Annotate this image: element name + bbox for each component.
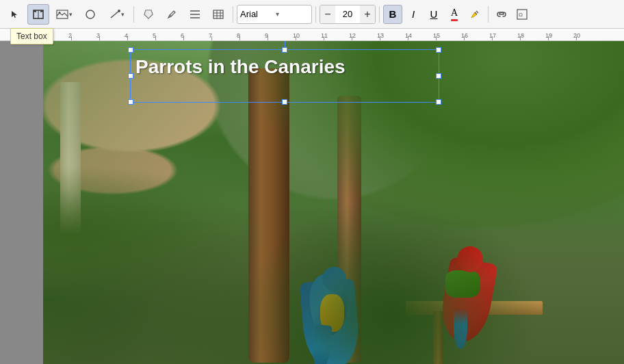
font-size-control: − +	[320, 5, 376, 24]
red-macaw-tail	[454, 308, 467, 349]
ruler-unit: 1	[43, 29, 71, 40]
font-size-increase-button[interactable]: +	[360, 5, 375, 24]
handle-top-right[interactable]	[436, 47, 441, 53]
italic-button[interactable]: I	[404, 5, 423, 24]
ruler-unit: 2	[71, 29, 99, 40]
toolbar: ▾ ▾ Arial ▾ − + B I U	[0, 0, 624, 29]
select-tool-button[interactable]	[4, 4, 26, 25]
svg-point-10	[118, 10, 120, 12]
left-margin	[0, 41, 43, 364]
line-tool-button[interactable]: ▾	[103, 4, 130, 25]
svg-line-13	[170, 15, 171, 16]
handle-top-middle[interactable]	[282, 47, 287, 53]
ruler-unit: 7	[211, 29, 239, 40]
blue-macaw	[303, 260, 385, 364]
handle-bottom-middle[interactable]	[282, 99, 287, 105]
special-chars-button[interactable]: Ω	[512, 5, 532, 24]
handle-bottom-right[interactable]	[436, 99, 441, 105]
divider-4	[379, 6, 380, 23]
text-color-button[interactable]: A	[445, 5, 464, 24]
underline-button[interactable]: U	[424, 5, 443, 24]
red-macaw-green-feathers	[445, 270, 480, 298]
ruler-unit: 15	[436, 29, 464, 40]
ruler-unit: 9	[268, 29, 296, 40]
canvas-area[interactable]: Parrots in the Canaries	[0, 41, 624, 364]
ruler: 1 2 3 4 5 6 7 8 9 10 11 12 13 14 15 16 1…	[0, 29, 624, 41]
svg-text:Ω: Ω	[519, 12, 523, 18]
divider-1	[133, 6, 134, 23]
ruler-unit: 17	[492, 29, 520, 40]
divider-3	[315, 6, 316, 23]
handle-top-left[interactable]	[128, 47, 133, 53]
highlight-button[interactable]	[465, 5, 484, 24]
ruler-unit: 8	[239, 29, 268, 40]
ruler-unit: 20	[576, 29, 604, 40]
ruler-unit: 16	[464, 29, 492, 40]
handle-middle-right[interactable]	[436, 73, 441, 79]
shape-tool-button[interactable]	[79, 4, 101, 25]
ruler-unit: 11	[324, 29, 352, 40]
ruler-unit: 10	[296, 29, 324, 40]
handle-bottom-left[interactable]	[128, 99, 133, 105]
divider-2	[233, 6, 233, 23]
tree-trunk	[248, 68, 289, 363]
ruler-unit: 12	[352, 29, 380, 40]
textbox-tool-button[interactable]	[27, 4, 49, 25]
text-color-indicator	[451, 19, 458, 21]
ruler-unit: 6	[183, 29, 211, 40]
text-color-label: A	[451, 8, 458, 18]
ruler-unit: 14	[408, 29, 436, 40]
ruler-unit: 19	[548, 29, 576, 40]
font-family-arrow: ▾	[276, 10, 309, 18]
font-family-value: Arial	[240, 9, 273, 19]
link-button[interactable]	[492, 5, 511, 24]
pen-tool-button[interactable]	[161, 4, 183, 25]
ruler-unit: 3	[99, 29, 127, 40]
lines-tool-button[interactable]	[184, 4, 206, 25]
font-size-decrease-button[interactable]: −	[320, 5, 335, 24]
image-tool-button[interactable]: ▾	[51, 4, 78, 25]
red-macaw-head	[457, 246, 483, 272]
font-size-input[interactable]	[335, 9, 360, 19]
svg-marker-12	[144, 10, 153, 18]
font-family-selector[interactable]: Arial ▾	[237, 5, 312, 24]
ruler-unit: 5	[155, 29, 183, 40]
svg-line-22	[476, 11, 478, 13]
text-box-selection[interactable]: Parrots in the Canaries	[130, 49, 439, 103]
divider-5	[488, 6, 489, 23]
ruler-unit: 13	[380, 29, 408, 40]
red-macaw	[440, 246, 508, 349]
ruler-unit: 4	[127, 29, 155, 40]
svg-point-8	[86, 10, 94, 18]
svg-rect-17	[213, 10, 223, 18]
parrot-image[interactable]: Parrots in the Canaries	[43, 41, 624, 364]
ruler-unit: 18	[520, 29, 548, 40]
svg-line-9	[111, 11, 119, 18]
bold-button[interactable]: B	[383, 5, 402, 24]
fill-tool-button[interactable]	[138, 4, 159, 25]
handle-middle-left[interactable]	[128, 73, 133, 79]
table-tool-button[interactable]	[207, 4, 229, 25]
blue-macaw-head	[322, 267, 346, 291]
text-box-content[interactable]: Parrots in the Canaries	[135, 56, 434, 78]
